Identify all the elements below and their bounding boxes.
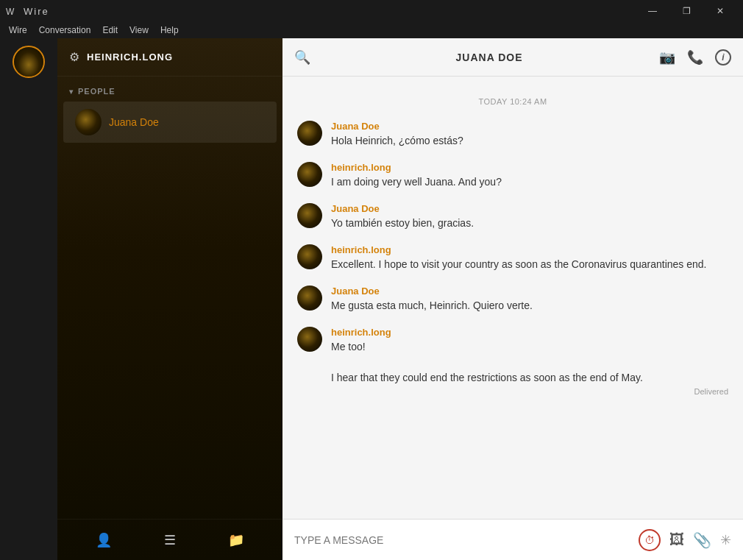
sidebar-narrow	[0, 38, 57, 560]
message-group-4: heinrich.long Excellent. I hope to visit…	[297, 244, 728, 272]
menu-wire[interactable]: Wire	[3, 24, 33, 37]
people-section: ▾ PEOPLE Juana Doe	[57, 77, 282, 150]
message-group-3: Juana Doe Yo también estoy bien, gracias…	[297, 203, 728, 231]
msg-text-2: I am doing very well Juana. And you?	[331, 174, 728, 190]
profile-icon[interactable]: 👤	[90, 526, 118, 554]
chat-header: 🔍 JUANA DOE 📷 📞 i	[282, 38, 743, 77]
message-group-5: Juana Doe Me gusta esta much, Heinrich. …	[297, 286, 728, 313]
msg-content-6: heinrich.long Me too!I hear that they co…	[331, 327, 728, 396]
user-avatar[interactable]	[13, 46, 45, 78]
search-icon[interactable]: 🔍	[294, 49, 310, 65]
title-bar-left: W Wire	[6, 5, 49, 17]
video-call-icon[interactable]: 📷	[659, 49, 675, 65]
msg-sender-6: heinrich.long	[331, 327, 728, 338]
settings-icon[interactable]: ⚙	[69, 50, 79, 64]
menu-edit[interactable]: Edit	[96, 24, 124, 37]
minimize-button[interactable]: —	[636, 0, 669, 22]
message-group-6: heinrich.long Me too!I hear that they co…	[297, 327, 728, 396]
chevron-down-icon: ▾	[69, 88, 74, 96]
msg-avatar-juana-2	[297, 203, 322, 228]
close-button[interactable]: ✕	[703, 0, 737, 22]
more-options-icon[interactable]: ✳	[720, 532, 731, 548]
menu-conversation[interactable]: Conversation	[33, 24, 97, 37]
msg-content-1: Juana Doe Hola Heinrich, ¿cómo estás?	[331, 121, 728, 149]
chat-area: 🔍 JUANA DOE 📷 📞 i TODAY 10:24 AM Juana D…	[282, 38, 743, 560]
contact-name-juana: Juana Doe	[109, 116, 159, 128]
files-icon[interactable]: 📁	[222, 526, 250, 554]
msg-content-4: heinrich.long Excellent. I hope to visit…	[331, 244, 728, 272]
title-bar: W Wire — ❐ ✕	[0, 0, 743, 22]
message-group-1: Juana Doe Hola Heinrich, ¿cómo estás?	[297, 121, 728, 149]
msg-sender-4: heinrich.long	[331, 244, 728, 255]
avatar-image	[14, 47, 43, 77]
panel-header: ⚙ HEINRICH.LONG	[57, 38, 282, 77]
msg-avatar-heinrich-1	[297, 162, 322, 187]
app-title: Wire	[24, 6, 49, 17]
people-header[interactable]: ▾ PEOPLE	[57, 82, 282, 100]
chat-header-actions: 📷 📞 i	[659, 49, 731, 65]
date-divider: TODAY 10:24 AM	[297, 97, 728, 106]
msg-status-6: Delivered	[331, 387, 728, 396]
message-input[interactable]	[294, 534, 630, 546]
msg-text-5: Me gusta esta much, Heinrich. Quiero ver…	[331, 298, 728, 313]
people-section-label: PEOPLE	[78, 87, 115, 96]
left-panel: ⚙ HEINRICH.LONG ▾ PEOPLE Juana Doe 👤 ☰ 📁	[57, 38, 282, 560]
msg-sender-3: Juana Doe	[331, 203, 728, 214]
menu-view[interactable]: View	[124, 24, 154, 37]
svg-text:W: W	[6, 7, 15, 17]
msg-avatar-juana-1	[297, 121, 322, 146]
msg-avatar-heinrich-3	[297, 327, 322, 352]
msg-text-3: Yo también estoy bien, gracias.	[331, 216, 728, 231]
panel-title: HEINRICH.LONG	[87, 52, 173, 63]
ephemeral-timer-icon[interactable]: ⏱	[639, 529, 661, 551]
panel-bottom-bar: 👤 ☰ 📁	[57, 519, 282, 560]
wire-app-icon: W	[6, 5, 18, 17]
attachment-icon[interactable]: 📎	[693, 531, 711, 549]
voice-call-icon[interactable]: 📞	[687, 49, 703, 65]
chat-contact-name: JUANA DOE	[319, 52, 659, 63]
msg-content-3: Juana Doe Yo también estoy bien, gracias…	[331, 203, 728, 231]
menu-bar: Wire Conversation Edit View Help	[0, 22, 743, 38]
message-group-2: heinrich.long I am doing very well Juana…	[297, 162, 728, 190]
conversations-icon[interactable]: ☰	[158, 526, 182, 554]
contact-item-juana[interactable]: Juana Doe	[63, 102, 277, 143]
messages-area: TODAY 10:24 AM Juana Doe Hola Heinrich, …	[282, 77, 743, 519]
menu-help[interactable]: Help	[154, 24, 185, 37]
msg-text-4: Excellent. I hope to visit your country …	[331, 257, 728, 272]
msg-sender-1: Juana Doe	[331, 121, 728, 132]
maximize-button[interactable]: ❐	[669, 0, 703, 22]
msg-sender-5: Juana Doe	[331, 286, 728, 297]
image-icon[interactable]: 🖼	[669, 531, 684, 548]
msg-text-1: Hola Heinrich, ¿cómo estás?	[331, 133, 728, 149]
msg-avatar-juana-3	[297, 286, 322, 311]
msg-content-2: heinrich.long I am doing very well Juana…	[331, 162, 728, 190]
msg-sender-2: heinrich.long	[331, 162, 728, 173]
input-area: ⏱ 🖼 📎 ✳	[282, 519, 743, 560]
msg-avatar-heinrich-2	[297, 244, 322, 269]
main-content: ⚙ HEINRICH.LONG ▾ PEOPLE Juana Doe 👤 ☰ 📁…	[0, 38, 743, 560]
info-icon[interactable]: i	[715, 49, 731, 65]
contact-avatar-juana	[75, 109, 102, 135]
title-bar-controls: — ❐ ✕	[636, 0, 737, 22]
msg-content-5: Juana Doe Me gusta esta much, Heinrich. …	[331, 286, 728, 313]
msg-text-6: Me too!I hear that they could end the re…	[331, 339, 728, 386]
